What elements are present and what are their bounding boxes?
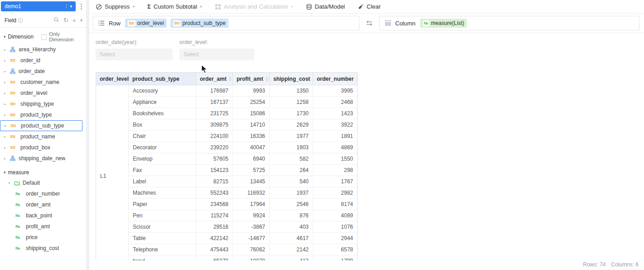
expand-caret-icon[interactable]: ▸ — [4, 146, 7, 150]
cell-value: 475443 — [196, 244, 233, 255]
expand-caret-icon[interactable]: ▸ — [4, 59, 7, 63]
toolbar-custom-subtotal-button[interactable]: ΣCustom Subtotal▾ — [147, 3, 202, 10]
table-row: band65078100704131799 — [129, 255, 357, 260]
measure-item-back_point[interactable]: №back_point — [0, 210, 86, 221]
collapse-caret-icon[interactable]: ▾ — [4, 170, 6, 175]
shelf-chip-product-sub-type[interactable]: Strproduct_sub_type — [170, 19, 228, 28]
sidebar: demo1 ▾ Field ↻ + ▾ ▾ Dimension — [0, 0, 86, 270]
sort-icon[interactable]: ▲▼ — [263, 76, 268, 81]
main-area: Suppress▾ΣCustom Subtotal▾Analysis and C… — [89, 0, 644, 270]
data-model-icon — [306, 4, 312, 10]
search-icon[interactable] — [53, 17, 59, 24]
expand-caret-icon[interactable]: ▸ — [4, 80, 7, 84]
column-header-product_sub_type: product_sub_type — [129, 73, 196, 85]
sort-icon[interactable]: ▲▼ — [227, 76, 232, 81]
toolbar-clear-button[interactable]: Clear — [358, 3, 381, 10]
table-body: L1 Accessory176987999313503995Appliance1… — [96, 85, 357, 260]
expand-caret-icon[interactable]: ▸ — [4, 69, 7, 74]
expand-caret-icon[interactable]: ▾ — [8, 181, 11, 185]
toolbar-label: Suppress — [105, 3, 130, 10]
cell-value: 154123 — [196, 165, 233, 176]
folder-icon — [14, 180, 20, 186]
cell-value: 3922 — [313, 119, 357, 131]
swap-axes-button[interactable] — [363, 20, 375, 26]
cell-value: 9993 — [233, 85, 270, 97]
add-field-icon[interactable]: + — [73, 17, 76, 24]
cell-value: 1799 — [313, 255, 357, 260]
filter-label: order_date(year): — [96, 39, 173, 45]
column-header-shipping_cost[interactable]: shipping_cost▲▼ — [270, 73, 313, 85]
measure-item-price[interactable]: №price — [0, 232, 86, 243]
dimension-section-header[interactable]: ▾ Dimension Only Dimension — [0, 28, 86, 44]
expand-caret-icon[interactable]: ▸ — [4, 157, 7, 161]
sidebar-item-customer_name[interactable]: ▸Strcustomer_name — [0, 77, 86, 88]
table-row: Box3098751471026293922 — [129, 119, 357, 131]
folder-name: Default — [23, 180, 40, 186]
field-name: area_Hierarchy — [19, 46, 56, 53]
table-rows: Accessory176987999313503995Appliance1671… — [129, 85, 357, 260]
sort-icon[interactable]: ▲▼ — [353, 76, 358, 81]
toolbar-label: Custom Subtotal — [154, 3, 197, 10]
cell-value: 3995 — [313, 85, 357, 97]
cell-value: 1730 — [270, 108, 313, 119]
expand-caret-icon[interactable]: ▸ — [4, 91, 7, 95]
sidebar-item-order_level[interactable]: ▸Strorder_level — [0, 88, 86, 98]
cell-product-sub-type: Fax — [129, 165, 196, 176]
shelf-chip-measure-list-[interactable]: №measure(List) — [420, 19, 467, 28]
sidebar-item-shipping_date_new[interactable]: ▸shipping_date_new — [0, 153, 86, 164]
measure-folder-default[interactable]: ▾ Default — [0, 177, 86, 188]
shelf-chip-order-level[interactable]: Strorder_level — [125, 19, 167, 28]
sidebar-item-product_box[interactable]: ▸Strproduct_box — [0, 142, 86, 153]
content-area: order_date(year):Selectorder_level:Selec… — [89, 33, 644, 270]
expand-caret-icon[interactable]: ▸ — [4, 135, 7, 139]
table-row: Label82715134455401767 — [129, 176, 357, 187]
sidebar-item-area_Hierarchy[interactable]: ▸area_Hierarchy — [0, 44, 86, 55]
dataset-selector[interactable]: demo1 ▾ — [1, 1, 76, 11]
measure-section-header[interactable]: ▾ measure — [0, 164, 86, 177]
table-row: Appliance1671372525412582468 — [129, 97, 357, 108]
cell-product-sub-type: Decorator — [129, 142, 196, 153]
cell-product-sub-type: Box — [129, 119, 196, 131]
refresh-icon[interactable]: ↻ — [63, 17, 68, 23]
collapse-caret-icon[interactable]: ▾ — [4, 34, 6, 39]
sidebar-item-order_id[interactable]: ▸Strorder_id — [0, 55, 86, 66]
kebab-menu-icon[interactable] — [78, 4, 84, 10]
expand-caret-icon[interactable]: ▸ — [5, 124, 8, 128]
sidebar-item-product_type[interactable]: ▸Strproduct_type — [0, 109, 86, 120]
filter-select[interactable]: Select — [179, 49, 254, 60]
row-chips: Strorder_levelStrproduct_sub_type — [125, 19, 228, 28]
cell-value: 5725 — [233, 165, 270, 176]
expand-caret-icon[interactable]: ▸ — [4, 102, 7, 106]
measure-item-shipping_cost[interactable]: №shipping_cost — [0, 243, 86, 254]
sidebar-item-order_date[interactable]: ▸order_date — [0, 66, 86, 77]
table-row: Machines55224311693219372982 — [129, 187, 357, 199]
cell-product-sub-type: Pen — [129, 210, 196, 221]
cell-value: 9924 — [233, 210, 270, 221]
column-header-order_number[interactable]: order_number▲▼ — [313, 73, 357, 85]
toolbar-suppress-button[interactable]: Suppress▾ — [96, 3, 135, 10]
field-name: order_id — [20, 57, 40, 64]
filter-select[interactable]: Select — [96, 49, 173, 60]
measure-item-order_number[interactable]: №order_number — [0, 188, 86, 199]
group-cell-order-level: L1 — [96, 85, 129, 260]
only-dimension-checkbox[interactable] — [41, 34, 47, 40]
column-header-order_amt[interactable]: order_amt▲▼ — [196, 73, 233, 85]
toolbar-data-model-button[interactable]: Data/Model — [306, 3, 345, 10]
filter-label: order_level: — [179, 39, 254, 45]
expand-caret-icon[interactable]: ▸ — [4, 48, 7, 52]
field-type-badge: Str — [173, 20, 181, 26]
cell-product-sub-type: Appliance — [129, 97, 196, 108]
chip-label: order_level — [137, 20, 164, 26]
sidebar-item-product_name[interactable]: ▸Strproduct_name — [0, 131, 86, 142]
sidebar-item-shipping_type[interactable]: ▸Strshipping_type — [0, 98, 86, 109]
cell-value: 264 — [270, 165, 313, 176]
toolbar-label: Analysis and Calculation — [224, 3, 288, 10]
sidebar-item-product_sub_type[interactable]: ▸Strproduct_sub_type — [0, 120, 82, 131]
expand-caret-icon[interactable]: ▸ — [4, 113, 7, 117]
cell-value: 224100 — [196, 131, 233, 142]
chevron-down-icon[interactable]: ▾ — [80, 18, 82, 23]
measure-item-order_amt[interactable]: №order_amt — [0, 199, 86, 210]
cell-value: 2944 — [313, 233, 357, 244]
measure-item-profit_amt[interactable]: №profit_amt — [0, 221, 86, 232]
column-header-profit_amt[interactable]: profit_amt▲▼ — [233, 73, 270, 85]
